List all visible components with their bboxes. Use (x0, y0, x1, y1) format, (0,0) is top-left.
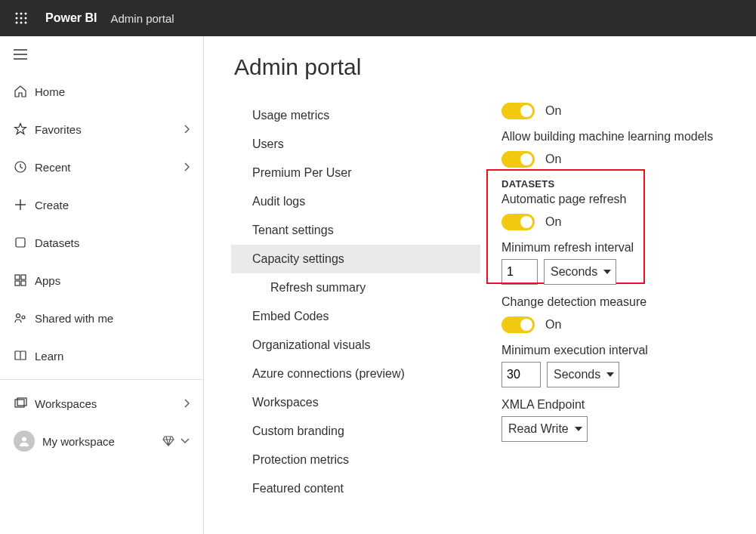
svg-point-24 (22, 437, 26, 442)
sidebar-item-favorites[interactable]: Favorites (0, 110, 203, 148)
toggle-change-detection[interactable] (501, 316, 535, 333)
sidebar-item-label: My workspace (42, 435, 162, 448)
datasets-icon (14, 236, 35, 249)
admin-item-users[interactable]: Users (231, 130, 480, 159)
premium-diamond-icon (162, 436, 174, 446)
min-exec-label: Minimum execution interval (501, 344, 756, 357)
portal-name: Admin portal (110, 12, 174, 25)
xmla-endpoint-select[interactable]: Read Write (501, 416, 588, 442)
admin-item-protection-metrics[interactable]: Protection metrics (231, 446, 480, 474)
toggle-auto-refresh[interactable] (501, 214, 535, 230)
svg-point-0 (16, 13, 18, 15)
svg-point-7 (20, 22, 23, 24)
admin-item-custom-branding[interactable]: Custom branding (231, 417, 480, 446)
sidebar-item-label: Learn (35, 350, 190, 363)
clock-icon (14, 160, 35, 174)
sidebar-item-label: Shared with me (35, 312, 190, 325)
admin-item-audit-logs[interactable]: Audit logs (231, 187, 480, 216)
plus-icon (14, 198, 35, 211)
admin-item-embed-codes[interactable]: Embed Codes (231, 302, 480, 331)
svg-rect-15 (16, 238, 25, 247)
svg-point-1 (20, 13, 23, 15)
chevron-down-icon (181, 438, 190, 444)
admin-item-capacity-settings[interactable]: Capacity settings (231, 245, 480, 273)
chevron-right-icon (184, 125, 190, 134)
sidebar: Home Favorites Recent Create Datasets (0, 36, 204, 534)
svg-rect-17 (21, 275, 26, 279)
auto-refresh-label: Automatic page refresh (501, 193, 756, 206)
toggle-state: On (545, 153, 561, 166)
apps-icon (14, 273, 35, 287)
svg-rect-16 (15, 275, 20, 279)
sidebar-item-home[interactable]: Home (0, 73, 203, 110)
svg-point-21 (22, 316, 25, 319)
app-launcher-icon[interactable] (6, 3, 36, 33)
admin-item-org-visuals[interactable]: Organizational visuals (231, 331, 480, 360)
svg-point-8 (25, 22, 27, 24)
workspaces-icon (14, 397, 35, 410)
sidebar-item-label: Recent (35, 161, 184, 174)
min-refresh-label: Minimum refresh interval (501, 241, 756, 255)
sidebar-item-label: Apps (35, 274, 190, 287)
sidebar-item-learn[interactable]: Learn (0, 337, 203, 375)
admin-item-azure-connections[interactable]: Azure connections (preview) (231, 360, 480, 388)
toggle-state: On (545, 215, 561, 229)
sidebar-item-apps[interactable]: Apps (0, 261, 203, 299)
svg-rect-18 (15, 281, 20, 286)
star-icon (14, 122, 35, 136)
admin-item-tenant-settings[interactable]: Tenant settings (231, 216, 480, 245)
sidebar-item-label: Favorites (35, 123, 184, 136)
svg-point-5 (25, 17, 27, 20)
sidebar-item-my-workspace[interactable]: My workspace (0, 422, 203, 460)
sidebar-item-label: Workspaces (35, 397, 184, 410)
chevron-right-icon (184, 162, 190, 171)
min-refresh-value-input[interactable] (501, 259, 538, 285)
admin-item-featured-content[interactable]: Featured content (231, 474, 480, 503)
top-bar: Power BI Admin portal (0, 0, 756, 36)
svg-point-3 (16, 17, 18, 20)
avatar-icon (14, 431, 35, 452)
admin-item-refresh-summary[interactable]: Refresh summary (231, 273, 480, 302)
sidebar-item-shared[interactable]: Shared with me (0, 299, 203, 337)
change-detect-label: Change detection measure (501, 295, 756, 309)
sidebar-item-create[interactable]: Create (0, 186, 203, 224)
svg-point-20 (17, 314, 20, 318)
admin-item-premium-per-user[interactable]: Premium Per User (231, 159, 480, 187)
toggle-state: On (545, 318, 561, 332)
sidebar-item-datasets[interactable]: Datasets (0, 224, 203, 261)
section-datasets: DATASETS (501, 178, 756, 190)
min-exec-value-input[interactable] (501, 362, 541, 387)
toggle-unknown-1[interactable] (501, 103, 535, 119)
brand-label: Power BI (45, 11, 97, 25)
toggle-state: On (545, 104, 561, 118)
chevron-right-icon (184, 399, 190, 408)
allow-ml-label: Allow building machine learning models (501, 130, 756, 144)
sidebar-item-label: Datasets (35, 236, 190, 249)
book-icon (14, 349, 35, 363)
sidebar-item-recent[interactable]: Recent (0, 148, 203, 186)
admin-item-workspaces[interactable]: Workspaces (231, 388, 480, 417)
sidebar-item-workspaces[interactable]: Workspaces (0, 384, 203, 422)
sidebar-item-label: Home (35, 85, 190, 98)
min-exec-unit-select[interactable]: Seconds (547, 362, 619, 387)
min-refresh-unit-select[interactable]: Seconds (544, 259, 616, 285)
sidebar-separator (0, 379, 203, 380)
admin-item-usage-metrics[interactable]: Usage metrics (231, 101, 480, 130)
page-title: Admin portal (231, 54, 480, 80)
shared-icon (14, 311, 35, 325)
xmla-label: XMLA Endpoint (501, 398, 756, 412)
admin-menu: Usage metrics Users Premium Per User Aud… (231, 101, 480, 503)
toggle-allow-ml[interactable] (501, 151, 535, 168)
svg-point-2 (25, 13, 27, 15)
sidebar-item-label: Create (35, 199, 190, 211)
svg-rect-19 (21, 281, 26, 286)
svg-point-4 (20, 17, 23, 20)
home-icon (14, 85, 35, 98)
svg-point-6 (16, 22, 18, 24)
hamburger-icon[interactable] (0, 36, 203, 73)
